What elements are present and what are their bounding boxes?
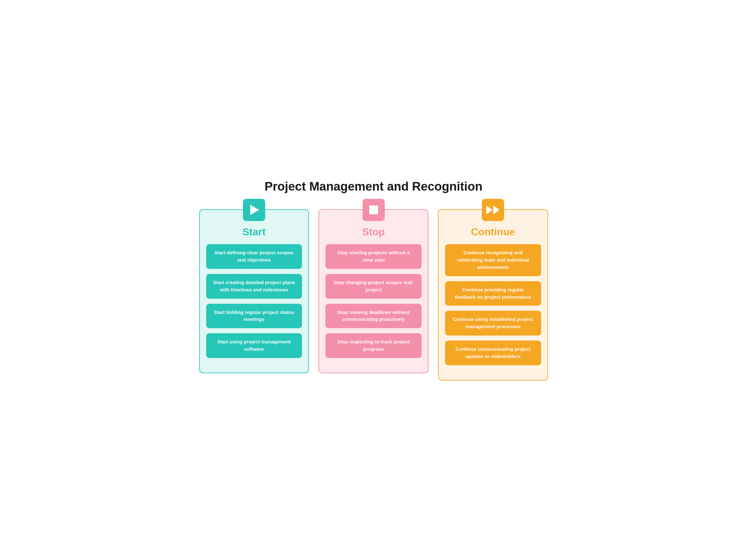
continue-icon-box — [482, 199, 504, 221]
stop-heading: Stop — [362, 226, 385, 238]
start-column: Start Start defining clear project scope… — [199, 209, 309, 373]
stop-icon-box — [363, 199, 385, 221]
stop-icon — [369, 206, 378, 214]
arrow-2 — [493, 206, 499, 214]
continue-column: Continue Continue recognizing and celebr… — [438, 209, 548, 380]
play-icon — [250, 205, 259, 215]
start-card-3: Start holding regular project status mee… — [206, 304, 302, 328]
continue-card-4: Continue communicating project updates t… — [445, 341, 541, 365]
stop-column: Stop Stop starting projects without a cl… — [318, 209, 429, 373]
continue-card-1: Continue recognizing and celebrating tea… — [445, 244, 541, 276]
start-icon-box — [243, 199, 265, 221]
columns-container: Start Start defining clear project scope… — [199, 209, 548, 380]
stop-card-2: Stop changing project scopes mid-project — [326, 274, 421, 299]
start-heading: Start — [242, 226, 265, 238]
continue-heading: Continue — [471, 226, 515, 238]
stop-card-4: Stop neglecting to track project progres… — [326, 333, 421, 358]
arrow-1 — [486, 206, 493, 214]
start-card-4: Start using project management software — [206, 333, 302, 358]
start-card-2: Start creating detailed project plans wi… — [206, 274, 302, 299]
start-card-1: Start defining clear project scopes and … — [206, 244, 302, 269]
continue-card-3: Continue using established project manag… — [445, 311, 541, 336]
page-title: Project Management and Recognition — [199, 180, 548, 193]
continue-icon — [486, 206, 499, 214]
stop-card-1: Stop starting projects without a clear p… — [326, 244, 421, 269]
page-container: Project Management and Recognition Start… — [199, 180, 548, 380]
continue-card-2: Continue providing regular feedback on p… — [445, 281, 541, 306]
stop-card-3: Stop missing deadlines without communica… — [326, 304, 421, 328]
